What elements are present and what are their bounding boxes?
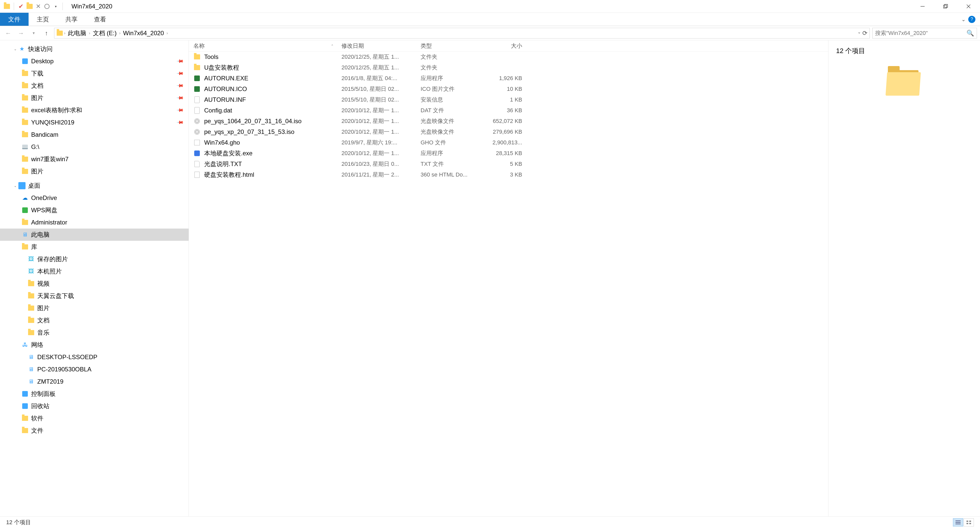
check-icon[interactable]: ✔ <box>18 3 24 10</box>
file-row[interactable]: pe_yqs_1064_20_07_31_16_04.iso 2020/10/1… <box>189 116 828 127</box>
close-button[interactable] <box>957 0 980 13</box>
sidebar-item[interactable]: 音乐 <box>0 327 189 339</box>
file-type: GHO 文件 <box>416 139 482 146</box>
file-row[interactable]: 硬盘安装教程.html 2016/11/21, 星期一 2... 360 se … <box>189 170 828 180</box>
maximize-button[interactable] <box>934 0 957 13</box>
navigation-pane[interactable]: ⌄ ★ 快速访问 Desktop 📌 下载 📌 文档 📌 图片 📌 <box>0 40 189 516</box>
nav-item-icon <box>27 304 35 312</box>
view-icons-button[interactable] <box>964 518 974 526</box>
sidebar-item[interactable]: 图片 📌 <box>0 92 189 104</box>
chevron-right-icon[interactable]: › <box>89 31 90 35</box>
col-name[interactable]: 名称 ⌃ <box>189 42 337 50</box>
help-icon[interactable]: ? <box>968 16 975 23</box>
tab-share[interactable]: 共享 <box>57 13 86 26</box>
gear-icon[interactable] <box>44 3 50 10</box>
chevron-down-icon[interactable]: ⌄ <box>12 184 18 188</box>
tab-view[interactable]: 查看 <box>86 13 115 26</box>
nav-item-label: Bandicam <box>31 131 59 138</box>
view-details-button[interactable] <box>953 518 963 526</box>
sidebar-item[interactable]: 控制面板 <box>0 388 189 400</box>
sidebar-item[interactable]: 🖼 保存的图片 <box>0 253 189 265</box>
sidebar-item[interactable]: 视频 <box>0 277 189 290</box>
file-date: 2015/5/10, 星期日 02... <box>337 96 416 103</box>
sidebar-item[interactable]: G:\ <box>0 141 189 153</box>
file-type: ICO 图片文件 <box>416 85 482 93</box>
folder-icon <box>886 68 922 96</box>
breadcrumb[interactable]: › 此电脑 › 文档 (E:) › Win7x64_2020 › ⌄ ⟳ <box>54 28 870 38</box>
chevron-right-icon[interactable]: › <box>166 31 168 35</box>
file-icon <box>193 117 200 125</box>
refresh-icon[interactable]: ⟳ <box>862 30 867 37</box>
file-row[interactable]: U盘安装教程 2020/12/25, 星期五 1... 文件夹 <box>189 62 828 73</box>
sidebar-item[interactable]: 软件 <box>0 412 189 425</box>
col-date[interactable]: 修改日期 <box>337 42 416 50</box>
sidebar-item[interactable]: 文档 📌 <box>0 79 189 92</box>
sidebar-item[interactable]: YUNQISHI2019 📌 <box>0 116 189 128</box>
file-name: Win7x64.gho <box>204 139 240 146</box>
sidebar-item[interactable]: 🖥 此电脑 <box>0 228 189 241</box>
sidebar-item[interactable]: 回收站 <box>0 400 189 412</box>
sidebar-item[interactable]: 天翼云盘下载 <box>0 290 189 302</box>
col-size[interactable]: 大小 <box>482 42 528 50</box>
close-icon[interactable]: ✕ <box>35 3 41 10</box>
sidebar-item[interactable]: 🖥 PC-20190530OBLA <box>0 363 189 376</box>
sidebar-item[interactable]: 图片 <box>0 165 189 178</box>
sidebar-item[interactable]: excel表格制作求和 📌 <box>0 104 189 116</box>
sidebar-item[interactable]: 🖼 本机照片 <box>0 265 189 277</box>
sidebar-item[interactable]: ☁ OneDrive <box>0 192 189 204</box>
search-box[interactable]: 🔍 <box>872 28 977 38</box>
file-row[interactable]: Config.dat 2020/10/12, 星期一 1... DAT 文件 3… <box>189 105 828 116</box>
file-row[interactable]: Win7x64.gho 2019/9/7, 星期六 19:... GHO 文件 … <box>189 137 828 148</box>
crumb-2[interactable]: Win7x64_2020 <box>121 30 165 37</box>
sidebar-item[interactable]: 🖥 DESKTOP-LSSOEDP <box>0 351 189 363</box>
sidebar-item[interactable]: Administrator <box>0 216 189 228</box>
nav-back-button[interactable]: ← <box>3 28 13 38</box>
nav-item-label: WPS网盘 <box>31 206 57 214</box>
folder-new-icon[interactable] <box>26 3 33 10</box>
chevron-down-icon[interactable]: ⌄ <box>858 30 861 37</box>
sidebar-item[interactable]: 图片 <box>0 302 189 314</box>
sidebar-item[interactable]: 文档 <box>0 314 189 327</box>
ribbon-collapse-icon[interactable]: ⌄ <box>961 16 966 22</box>
file-row[interactable]: 本地硬盘安装.exe 2020/10/12, 星期一 1... 应用程序 28,… <box>189 148 828 159</box>
nav-quick-access[interactable]: ⌄ ★ 快速访问 <box>0 43 189 55</box>
nav-up-button[interactable]: ↑ <box>41 28 52 38</box>
file-row[interactable]: Tools 2020/12/25, 星期五 1... 文件夹 <box>189 52 828 62</box>
tab-file[interactable]: 文件 <box>0 13 29 26</box>
file-name: pe_yqs_1064_20_07_31_16_04.iso <box>204 117 302 125</box>
crumb-1[interactable]: 文档 (E:) <box>91 29 118 37</box>
file-row[interactable]: AUTORUN.ICO 2015/5/10, 星期日 02... ICO 图片文… <box>189 84 828 94</box>
nav-item-label: 保存的图片 <box>37 255 68 263</box>
nav-forward-button[interactable]: → <box>16 28 26 38</box>
file-row[interactable]: pe_yqs_xp_20_07_31_15_53.iso 2020/10/12,… <box>189 127 828 137</box>
sidebar-item[interactable]: 🖥 ZMT2019 <box>0 376 189 388</box>
qat-dropdown-icon[interactable]: ▾ <box>52 3 59 10</box>
tab-home[interactable]: 主页 <box>29 13 57 26</box>
sidebar-item[interactable]: Desktop 📌 <box>0 55 189 67</box>
file-size: 28,315 KB <box>482 150 528 157</box>
file-name: AUTORUN.ICO <box>204 86 247 93</box>
sidebar-item[interactable]: 库 <box>0 241 189 253</box>
file-row[interactable]: 光盘说明.TXT 2016/10/23, 星期日 0... TXT 文件 5 K… <box>189 159 828 170</box>
pin-icon: 📌 <box>176 82 184 90</box>
col-type[interactable]: 类型 <box>416 42 482 50</box>
search-icon[interactable]: 🔍 <box>966 30 974 37</box>
sidebar-item[interactable]: WPS网盘 <box>0 204 189 216</box>
file-row[interactable]: AUTORUN.INF 2015/5/10, 星期日 02... 安装信息 1 … <box>189 94 828 105</box>
sidebar-item[interactable]: 🖧 网络 <box>0 339 189 351</box>
nav-item-label: 回收站 <box>31 402 49 410</box>
crumb-0[interactable]: 此电脑 <box>66 29 88 37</box>
minimize-button[interactable] <box>911 0 934 13</box>
sidebar-item[interactable]: 文件 <box>0 425 189 437</box>
sidebar-item[interactable]: win7重装win7 <box>0 153 189 165</box>
sidebar-item[interactable]: 下载 📌 <box>0 67 189 79</box>
sidebar-item[interactable]: Bandicam <box>0 128 189 141</box>
file-row[interactable]: AUTORUN.EXE 2016/1/8, 星期五 04:... 应用程序 1,… <box>189 73 828 84</box>
chevron-right-icon[interactable]: › <box>119 31 121 35</box>
nav-recent-button[interactable]: ▾ <box>29 28 39 38</box>
nav-desktop[interactable]: ⌄ 桌面 <box>0 179 189 192</box>
file-type: 光盘映像文件 <box>416 128 482 136</box>
chevron-right-icon[interactable]: › <box>64 31 65 35</box>
chevron-down-icon[interactable]: ⌄ <box>12 47 18 51</box>
search-input[interactable] <box>875 30 966 36</box>
